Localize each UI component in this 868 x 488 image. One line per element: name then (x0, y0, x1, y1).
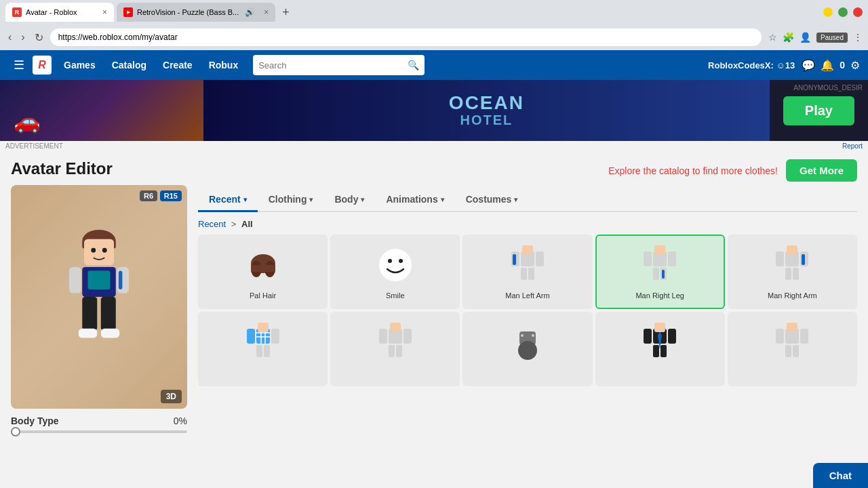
item-card-row2-2[interactable] (462, 312, 592, 386)
search-input[interactable] (258, 60, 408, 70)
item-card-smile[interactable]: Smile (330, 235, 460, 309)
hamburger-menu-icon[interactable]: ☰ (8, 55, 30, 75)
reload-button[interactable]: ↻ (32, 30, 46, 45)
svg-rect-65 (644, 329, 652, 344)
svg-rect-9 (119, 271, 123, 290)
svg-rect-57 (396, 345, 402, 357)
tab-animations[interactable]: Animations ▾ (375, 188, 454, 212)
item-name-man-right-arm: Man Right Arm (768, 291, 817, 300)
tab-yt[interactable]: ▶ RetroVision - Puzzle (Bass B... 🔊 × (117, 3, 275, 22)
svg-point-62 (532, 334, 534, 337)
item-img-row2-4 (768, 319, 816, 366)
svg-point-60 (518, 341, 537, 360)
item-card-man-right-leg[interactable]: Man Right Leg (595, 235, 725, 309)
nav-catalog-link[interactable]: Catalog (105, 57, 153, 73)
ad-label: ADVERTISEMENT (5, 142, 63, 150)
roblox-logo[interactable]: R (33, 56, 52, 75)
item-card-row2-1[interactable] (330, 312, 460, 386)
svg-rect-41 (787, 245, 797, 255)
extensions-icon[interactable]: 🧩 (783, 32, 794, 43)
item-img-pal-hair (239, 241, 287, 289)
report-link[interactable]: Report (842, 142, 863, 150)
item-card-man-right-arm[interactable]: Man Right Arm (728, 235, 857, 309)
address-bar[interactable] (50, 28, 762, 46)
item-img-man-right-arm (768, 241, 816, 289)
user-section: RobloxCodesX: ☺13 💬 🔔 0 ⚙ (708, 59, 860, 72)
robux-count: 0 (840, 60, 845, 70)
item-card-row2-3[interactable] (595, 312, 725, 386)
notifications-icon[interactable]: 🔔 (821, 59, 834, 72)
svg-rect-48 (247, 329, 255, 344)
tab-body[interactable]: Body ▾ (323, 188, 375, 212)
new-tab-button[interactable]: + (278, 5, 294, 20)
nav-robux-link[interactable]: Robux (202, 57, 245, 73)
svg-rect-58 (390, 323, 401, 332)
roblox-favicon: R (12, 7, 22, 17)
tab-costumes[interactable]: Costumes ▾ (455, 188, 529, 212)
tab-recent[interactable]: Recent ▾ (198, 188, 258, 212)
avatar-preview: R6 R15 (11, 185, 187, 409)
content-wrapper: Avatar Editor R6 R15 (0, 151, 868, 441)
item-img-row2-1 (372, 319, 419, 366)
tab-roblox[interactable]: R Avatar - Roblox × (5, 3, 114, 22)
svg-rect-31 (653, 268, 659, 280)
svg-rect-54 (379, 329, 387, 344)
item-card-pal-hair[interactable]: Pal Hair (198, 235, 328, 309)
close-button[interactable] (853, 7, 863, 17)
item-img-smile (372, 241, 419, 289)
forward-button[interactable]: › (18, 30, 27, 45)
nav-icons: ☆ 🧩 👤 Paused ⋮ (768, 32, 863, 43)
minimize-button[interactable] (823, 7, 833, 17)
nav-create-link[interactable]: Create (156, 57, 199, 73)
r15-badge[interactable]: R15 (160, 190, 182, 201)
slider-thumb[interactable] (11, 427, 20, 436)
svg-point-20 (399, 259, 403, 263)
item-img-row2-3 (636, 319, 684, 366)
svg-point-18 (379, 249, 412, 281)
settings-icon[interactable]: ⚙ (850, 59, 860, 72)
ad-image: 🚗 (0, 80, 203, 141)
ad-play-button[interactable]: Play (783, 96, 854, 125)
breadcrumb-parent-link[interactable]: Recent (198, 219, 226, 229)
tab-roblox-close[interactable]: × (102, 7, 107, 17)
tab-clothing[interactable]: Clothing ▾ (258, 188, 324, 212)
svg-rect-11 (101, 297, 116, 331)
maximize-button[interactable] (838, 7, 848, 17)
item-card-row2-4[interactable] (728, 312, 857, 386)
item-name-smile: Smile (386, 291, 405, 300)
nav-search-box[interactable]: 🔍 (253, 55, 425, 75)
breadcrumb-current: All (241, 219, 253, 229)
svg-rect-67 (653, 345, 659, 357)
svg-rect-7 (69, 267, 81, 293)
chat-nav-icon[interactable]: 💬 (802, 59, 815, 72)
menu-icon[interactable]: ⋮ (853, 32, 863, 43)
ad-watermark: ANONYMOUS_DESIR (793, 84, 863, 92)
item-card-man-left-arm[interactable]: Man Left Arm (462, 235, 592, 309)
svg-rect-34 (654, 245, 665, 255)
bookmark-icon[interactable]: ☆ (768, 32, 777, 43)
ad-banner: 🚗 OCEAN HOTEL Play ANONYMOUS_DESIR (0, 80, 868, 141)
window-controls (823, 7, 863, 17)
svg-rect-23 (513, 254, 516, 265)
item-card-row2-0[interactable] (198, 312, 328, 386)
view-3d-button[interactable]: 3D (161, 390, 182, 403)
nav-games-link[interactable]: Games (57, 57, 102, 73)
get-more-button[interactable]: Get More (786, 159, 857, 182)
username-label: RobloxCodesX: ☺13 (708, 60, 795, 70)
svg-rect-74 (793, 345, 799, 357)
tab-clothing-label: Clothing (269, 194, 307, 205)
svg-point-3 (91, 248, 96, 253)
chat-button[interactable]: Chat (813, 463, 868, 488)
body-type-slider[interactable] (11, 430, 187, 433)
svg-rect-13 (101, 329, 120, 338)
search-icon: 🔍 (408, 60, 419, 70)
r6-badge[interactable]: R6 (140, 190, 157, 201)
item-name-pal-hair: Pal Hair (250, 291, 276, 300)
svg-rect-26 (528, 268, 534, 280)
svg-rect-66 (668, 329, 676, 344)
back-button[interactable]: ‹ (5, 30, 14, 45)
profile-icon[interactable]: 👤 (800, 32, 811, 43)
svg-rect-55 (403, 329, 412, 344)
tab-yt-close[interactable]: × (264, 7, 269, 17)
item-img-man-right-leg (636, 241, 684, 289)
